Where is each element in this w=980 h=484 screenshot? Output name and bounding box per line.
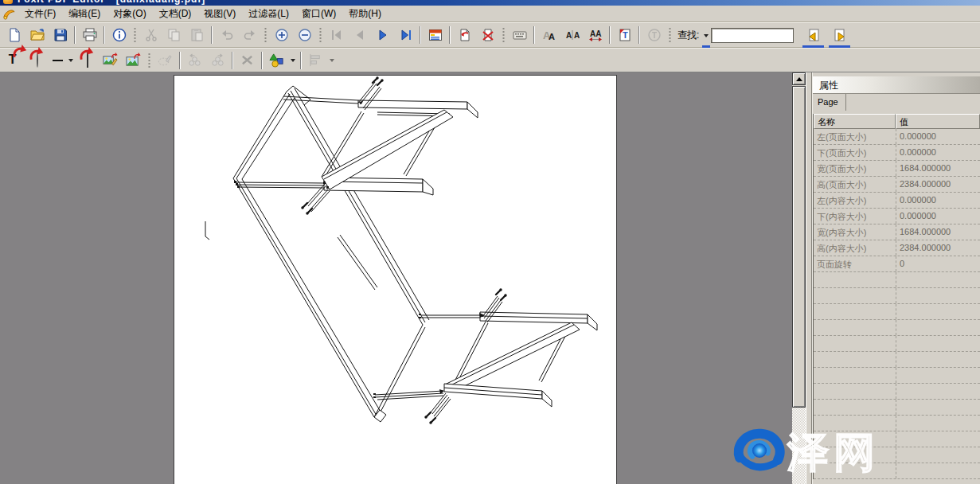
property-value[interactable]: 2384.000000	[896, 177, 980, 192]
insert-page-button[interactable]	[453, 25, 476, 45]
font-spacing-button[interactable]: AA	[584, 25, 607, 45]
property-value[interactable]: 0	[896, 256, 980, 271]
zoom-out-icon	[298, 28, 312, 42]
svg-text:A: A	[549, 32, 555, 41]
property-value[interactable]: 0.000000	[896, 129, 980, 144]
toolbar-handle[interactable]	[133, 26, 137, 44]
previous-page-button[interactable]	[348, 25, 371, 45]
next-page-button[interactable]	[371, 25, 394, 45]
insert-image-button[interactable]	[122, 50, 145, 70]
chevron-down-icon	[330, 59, 334, 64]
keyboard-button[interactable]	[508, 25, 531, 45]
find-next-button[interactable]	[828, 25, 851, 45]
toolbar-handle[interactable]	[318, 26, 322, 44]
zoom-out-button[interactable]	[293, 25, 316, 45]
insert-shading-button[interactable]	[76, 50, 99, 70]
copy-icon	[167, 28, 182, 42]
scrollbar-thumb[interactable]	[792, 86, 806, 408]
toolbar-handle[interactable]	[668, 26, 672, 44]
line-options-dropdown[interactable]	[66, 50, 76, 70]
table-row[interactable]: 左(内容大小)0.000000	[814, 193, 980, 209]
menu-document[interactable]: 文档(D)	[153, 6, 198, 22]
window-title: Foxit PDF Editor - [danxiadang.pdf]	[18, 0, 205, 5]
zoom-in-button[interactable]	[270, 25, 293, 45]
find-options-dropdown[interactable]	[701, 25, 711, 45]
last-page-button[interactable]	[394, 25, 417, 45]
menu-edit[interactable]: 编辑(E)	[62, 6, 107, 22]
delete-page-button[interactable]	[476, 25, 499, 45]
table-row[interactable]: 下(页面大小)0.000000	[814, 145, 980, 161]
new-document-button[interactable]	[2, 25, 25, 45]
insert-color-button[interactable]	[25, 50, 49, 70]
insert-text-page-button[interactable]: T	[613, 25, 636, 45]
save-button[interactable]	[49, 25, 72, 45]
scroll-up-button[interactable]	[792, 72, 806, 85]
align-objects-button[interactable]	[304, 50, 327, 70]
redo-button[interactable]	[238, 25, 261, 45]
menu-window[interactable]: 窗口(W)	[295, 6, 342, 22]
vertical-scrollbar[interactable]	[792, 72, 806, 484]
toolbar-handle[interactable]	[502, 26, 506, 44]
table-row[interactable]: 左(页面大小)0.000000	[814, 129, 980, 145]
table-row[interactable]: 高(页面大小)2384.000000	[814, 177, 980, 193]
find-input[interactable]	[711, 28, 794, 43]
order-forward-button[interactable]	[183, 50, 206, 70]
separator	[179, 52, 181, 69]
menu-object[interactable]: 对象(O)	[107, 6, 152, 22]
shapes-dropdown[interactable]	[288, 50, 298, 70]
line-icon	[53, 60, 63, 61]
copy-button[interactable]	[162, 25, 185, 45]
property-value[interactable]: 0.000000	[896, 145, 980, 160]
undo-button[interactable]	[215, 25, 238, 45]
separator	[103, 26, 105, 44]
font-replace-button[interactable]: AA	[537, 25, 560, 45]
tab-page[interactable]: Page	[813, 94, 846, 111]
font-compare-button[interactable]: AA	[560, 25, 584, 45]
menu-view[interactable]: 视图(V)	[197, 6, 242, 22]
print-button[interactable]	[78, 25, 101, 45]
toolbar-handle[interactable]	[147, 52, 151, 69]
first-page-button[interactable]	[325, 25, 348, 45]
chevron-down-icon	[291, 59, 295, 64]
menu-filter[interactable]: 过滤器(L)	[242, 6, 295, 22]
document-info-button[interactable]	[107, 25, 131, 45]
panel-splitter[interactable]	[806, 72, 812, 484]
edit-path-button[interactable]	[154, 50, 177, 70]
separator	[211, 26, 213, 44]
order-backward-button[interactable]	[206, 50, 229, 70]
column-header-name[interactable]: 名称	[814, 114, 896, 129]
edit-image-button[interactable]	[99, 50, 122, 70]
insert-line-button[interactable]	[49, 50, 66, 70]
property-value[interactable]: 1684.000000	[896, 224, 980, 240]
find-previous-button[interactable]	[802, 25, 825, 45]
open-button[interactable]	[25, 25, 49, 45]
separator	[609, 26, 611, 44]
table-row[interactable]: 宽(内容大小)1684.000000	[814, 224, 980, 240]
document-canvas[interactable]	[0, 72, 792, 484]
redo-icon	[243, 28, 257, 42]
insert-shapes-button[interactable]	[265, 50, 288, 70]
table-row[interactable]: 宽(页面大小)1684.000000	[814, 161, 980, 177]
first-page-icon	[330, 28, 344, 42]
pdf-page[interactable]	[174, 75, 617, 484]
delete-object-button[interactable]	[236, 50, 259, 70]
table-row[interactable]: 高(内容大小)2384.000000	[814, 240, 980, 256]
toolbar-insert: T	[0, 48, 980, 72]
cut-button[interactable]	[139, 25, 162, 45]
menu-file[interactable]: 文件(F)	[18, 6, 62, 22]
property-value[interactable]: 0.000000	[896, 193, 980, 208]
property-value[interactable]: 1684.000000	[896, 161, 980, 176]
paste-button[interactable]	[185, 25, 209, 45]
page-thumbnails-button[interactable]	[424, 25, 447, 45]
table-row[interactable]: 下(内容大小)0.000000	[814, 209, 980, 224]
insert-text-button[interactable]: T	[2, 50, 25, 70]
menu-help[interactable]: 帮助(H)	[342, 6, 388, 22]
column-header-value[interactable]: 值	[896, 114, 980, 129]
toolbar-handle[interactable]	[264, 26, 267, 44]
property-value[interactable]: 2384.000000	[896, 240, 980, 256]
align-dropdown[interactable]	[327, 50, 337, 70]
table-row[interactable]: 页面旋转0	[814, 256, 980, 272]
text-circle-button[interactable]: T	[642, 25, 666, 45]
panel-tabs: Page	[813, 94, 980, 111]
property-value[interactable]: 0.000000	[896, 209, 980, 224]
